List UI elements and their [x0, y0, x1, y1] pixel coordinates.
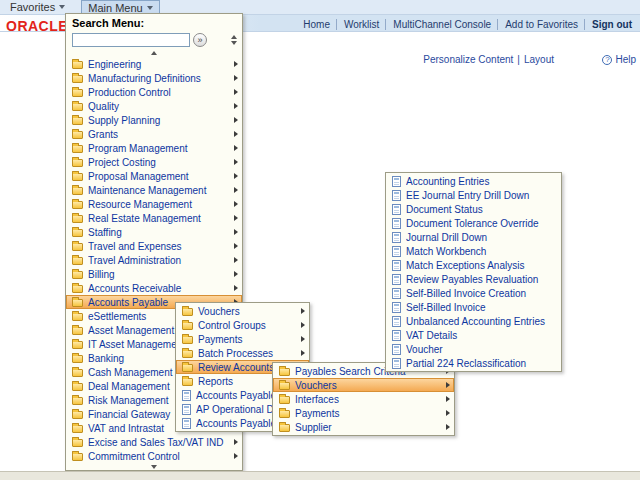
- folder-icon: [72, 117, 83, 125]
- menu-item-project-costing[interactable]: Project Costing: [66, 155, 242, 169]
- menu-item-review-payables-revaluation[interactable]: Review Payables Revaluation: [386, 272, 561, 286]
- menu-scroll-down-button[interactable]: [66, 463, 242, 471]
- menu-item-label: Program Management: [88, 143, 230, 154]
- folder-icon: [72, 355, 83, 363]
- menu-item-resource-management[interactable]: Resource Management: [66, 197, 242, 211]
- layout-link[interactable]: Layout: [524, 54, 554, 65]
- menu-item-label: Payments: [295, 408, 442, 419]
- menu-item-control-groups[interactable]: Control Groups: [176, 318, 309, 332]
- menu-item-label: Vouchers: [295, 380, 442, 391]
- menu-item-document-tolerance-override[interactable]: Document Tolerance Override: [386, 216, 561, 230]
- menu-item-vat-details[interactable]: VAT Details: [386, 328, 561, 342]
- help-link[interactable]: Help: [615, 54, 636, 65]
- favorites-menu-button[interactable]: Favorites: [4, 0, 71, 15]
- menu-item-commitment-control[interactable]: Commitment Control: [66, 449, 242, 463]
- search-go-button[interactable]: »: [193, 33, 207, 47]
- nav-link-multichannel-console[interactable]: MultiChannel Console: [385, 19, 491, 30]
- menu-item-label: Real Estate Management: [88, 213, 230, 224]
- submenu-arrow-icon: [446, 396, 450, 402]
- menu-item-label: Accounting Entries: [406, 176, 557, 187]
- menu-item-supplier[interactable]: Supplier: [273, 420, 454, 434]
- submenu-arrow-icon: [234, 243, 238, 249]
- folder-icon: [72, 383, 83, 391]
- menu-scroll-control[interactable]: [231, 35, 238, 45]
- search-menu-label: Search Menu:: [66, 14, 242, 31]
- menu-item-production-control[interactable]: Production Control: [66, 85, 242, 99]
- menu-item-travel-administration[interactable]: Travel Administration: [66, 253, 242, 267]
- folder-icon: [72, 187, 83, 195]
- nav-link-home[interactable]: Home: [303, 19, 330, 30]
- folder-icon: [279, 396, 290, 404]
- folder-icon: [72, 439, 83, 447]
- menu-item-grants[interactable]: Grants: [66, 127, 242, 141]
- folder-icon: [72, 75, 83, 83]
- folder-icon: [72, 173, 83, 181]
- menu-item-supply-planning[interactable]: Supply Planning: [66, 113, 242, 127]
- menu-search-input[interactable]: [72, 33, 190, 47]
- folder-icon: [72, 103, 83, 111]
- folder-icon: [182, 364, 193, 372]
- submenu-arrow-icon: [234, 75, 238, 81]
- submenu-arrow-icon: [234, 61, 238, 67]
- menu-item-batch-processes[interactable]: Batch Processes: [176, 346, 309, 360]
- nav-link-add-to-favorites[interactable]: Add to Favorites: [497, 19, 578, 30]
- menu-item-vouchers[interactable]: Vouchers: [176, 304, 309, 318]
- nav-link-worklist[interactable]: Worklist: [336, 19, 379, 30]
- submenu-arrow-icon: [234, 439, 238, 445]
- personalize-links: Personalize Content | Layout: [423, 54, 554, 65]
- folder-icon: [72, 313, 83, 321]
- menu-item-interfaces[interactable]: Interfaces: [273, 392, 454, 406]
- chevron-down-icon: [59, 5, 65, 9]
- menu-item-self-billed-invoice[interactable]: Self-Billed Invoice: [386, 300, 561, 314]
- menu-item-match-exceptions-analysis[interactable]: Match Exceptions Analysis: [386, 258, 561, 272]
- menu-item-label: Voucher: [406, 344, 557, 355]
- menu-item-unbalanced-accounting-entries[interactable]: Unbalanced Accounting Entries: [386, 314, 561, 328]
- menu-item-billing[interactable]: Billing: [66, 267, 242, 281]
- menu-item-label: Staffing: [88, 227, 230, 238]
- menu-item-label: VAT Details: [406, 330, 557, 341]
- menu-item-partial-224-reclassification[interactable]: Partial 224 Reclassification: [386, 356, 561, 370]
- personalize-content-link[interactable]: Personalize Content: [423, 54, 513, 65]
- menu-item-program-management[interactable]: Program Management: [66, 141, 242, 155]
- submenu-arrow-icon: [446, 382, 450, 388]
- page-icon: [392, 190, 401, 201]
- menu-item-staffing[interactable]: Staffing: [66, 225, 242, 239]
- menu-item-real-estate-management[interactable]: Real Estate Management: [66, 211, 242, 225]
- menu-item-engineering[interactable]: Engineering: [66, 57, 242, 71]
- menu-item-label: Supply Planning: [88, 115, 230, 126]
- menu-item-excise-and-sales-tax-vat-ind[interactable]: Excise and Sales Tax/VAT IND: [66, 435, 242, 449]
- menu-item-label: Batch Processes: [198, 348, 297, 359]
- scroll-up-icon: [151, 51, 157, 55]
- menu-scroll-up-button[interactable]: [66, 49, 242, 57]
- menu-item-document-status[interactable]: Document Status: [386, 202, 561, 216]
- menu-item-label: Engineering: [88, 59, 230, 70]
- menu-item-payments[interactable]: Payments: [273, 406, 454, 420]
- menu-item-voucher[interactable]: Voucher: [386, 342, 561, 356]
- horizontal-scrollbar[interactable]: [0, 471, 640, 480]
- folder-icon: [72, 397, 83, 405]
- menu-item-accounts-receivable[interactable]: Accounts Receivable: [66, 281, 242, 295]
- menu-item-quality[interactable]: Quality: [66, 99, 242, 113]
- menu-item-label: Supplier: [295, 422, 442, 433]
- folder-icon: [72, 299, 83, 307]
- folder-icon: [72, 61, 83, 69]
- folder-icon: [72, 425, 83, 433]
- link-separator: |: [517, 54, 520, 65]
- menu-item-vouchers[interactable]: Vouchers: [273, 378, 454, 392]
- menu-item-ee-journal-entry-drill-down[interactable]: EE Journal Entry Drill Down: [386, 188, 561, 202]
- menu-item-manufacturing-definitions[interactable]: Manufacturing Definitions: [66, 71, 242, 85]
- menu-item-maintenance-management[interactable]: Maintenance Management: [66, 183, 242, 197]
- folder-icon: [182, 336, 193, 344]
- menu-item-proposal-management[interactable]: Proposal Management: [66, 169, 242, 183]
- page-icon: [182, 390, 191, 401]
- menu-item-accounting-entries[interactable]: Accounting Entries: [386, 174, 561, 188]
- menu-item-match-workbench[interactable]: Match Workbench: [386, 244, 561, 258]
- menu-item-label: Interfaces: [295, 394, 442, 405]
- menu-item-payments[interactable]: Payments: [176, 332, 309, 346]
- menu-item-self-billed-invoice-creation[interactable]: Self-Billed Invoice Creation: [386, 286, 561, 300]
- submenu-arrow-icon: [234, 173, 238, 179]
- menu-item-travel-and-expenses[interactable]: Travel and Expenses: [66, 239, 242, 253]
- menu-item-label: Match Exceptions Analysis: [406, 260, 557, 271]
- menu-item-journal-drill-down[interactable]: Journal Drill Down: [386, 230, 561, 244]
- nav-link-sign-out[interactable]: Sign out: [584, 19, 632, 30]
